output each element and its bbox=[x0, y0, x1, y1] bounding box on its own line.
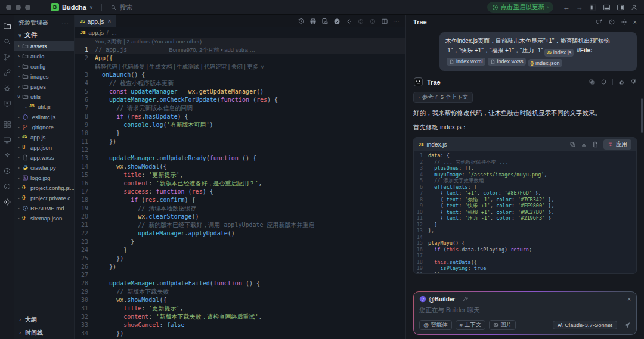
activity-item-live-preview[interactable] bbox=[0, 96, 14, 111]
file-tree-item-assets[interactable]: ›assets bbox=[14, 41, 74, 51]
editor-toolbar-split-icon[interactable] bbox=[381, 18, 388, 25]
copy-response-icon[interactable] bbox=[589, 79, 595, 85]
restart-to-update-button[interactable]: 点击重启以更新 › bbox=[487, 2, 554, 13]
file-reference-chip[interactable]: {}index.json bbox=[528, 59, 562, 67]
file-tree-item-app.wxss[interactable]: •app.wxss bbox=[14, 153, 74, 163]
maximize-window-button[interactable] bbox=[25, 5, 30, 10]
history-icon[interactable] bbox=[608, 18, 615, 26]
breadcrumb[interactable]: JS app.js / … bbox=[75, 27, 405, 38]
create-file-icon[interactable] bbox=[592, 141, 599, 148]
activity-item-settings[interactable] bbox=[0, 194, 14, 210]
code-reference-chip[interactable]: JSindex.js bbox=[544, 49, 574, 57]
editor-toolbar-back-circle-icon[interactable] bbox=[345, 18, 352, 25]
file-reference-chip[interactable]: index.wxss bbox=[488, 58, 526, 66]
divider bbox=[101, 4, 102, 11]
activity-item-search[interactable] bbox=[0, 34, 14, 49]
ai-codelens-actions[interactable]: 解释代码 | 代码修复 | 生成文档 | 生成测试 | 代码评审 | 关闭 | … bbox=[75, 63, 405, 71]
thumbs-down-icon[interactable] bbox=[630, 79, 637, 85]
chat-input-field[interactable]: 您正在与 Builder 聊天 bbox=[419, 306, 631, 315]
code-editor[interactable]: You, 3周前 | 2 authors (You and one other)… bbox=[75, 38, 405, 339]
file-tree-item-images[interactable]: ›images bbox=[14, 71, 74, 82]
workspace-switcher[interactable]: B Buddha ∨ bbox=[51, 3, 93, 11]
regenerate-icon[interactable] bbox=[600, 79, 607, 85]
thumbs-up-icon[interactable] bbox=[618, 79, 625, 85]
activity-item-explorer[interactable] bbox=[0, 18, 14, 34]
chevron-icon: ∨ bbox=[16, 94, 21, 99]
input-chip-上下文[interactable]: #上下文 bbox=[456, 320, 486, 330]
nav-forward-button[interactable]: → bbox=[576, 3, 583, 11]
tab-app-js[interactable]: JS app.js × bbox=[75, 15, 116, 27]
file-tree-item-.eslintrc.js[interactable]: •.eslintrc.js bbox=[14, 112, 74, 122]
model-selector[interactable]: A\ Claude-3.7-Sonnet bbox=[553, 321, 617, 329]
file-tree-item-crawler.py[interactable]: •crawler.py bbox=[14, 163, 74, 173]
file-tree-item-logo.jpg[interactable]: •logo.jpg bbox=[14, 173, 74, 183]
input-chip-智能体[interactable]: @智能体 bbox=[419, 320, 452, 330]
suggested-code-line-13: 13}, bbox=[414, 228, 636, 234]
activity-item-draw[interactable] bbox=[0, 179, 14, 194]
file-tree-item-.gitignore[interactable]: •.gitignore bbox=[14, 122, 74, 132]
new-chat-icon[interactable] bbox=[596, 18, 603, 26]
file-tree-item-project.private.c...[interactable]: •{}project.private.c... bbox=[14, 193, 74, 203]
nav-back-button[interactable]: ← bbox=[563, 3, 570, 11]
context-references-toggle[interactable]: › 参考了 5 个上下文 bbox=[413, 92, 473, 103]
global-search[interactable]: 搜索 bbox=[110, 3, 133, 12]
file-tree-item-audio[interactable]: ›audio bbox=[14, 51, 74, 61]
activity-item-devices[interactable] bbox=[0, 132, 14, 148]
file-tree-item-app.js[interactable]: •JSapp.js bbox=[14, 132, 74, 142]
modified-dot-icon: • bbox=[16, 145, 21, 150]
sidebar-section-时间线[interactable]: ›时间线 bbox=[14, 326, 74, 339]
file-tree-item-util.js[interactable]: •JSutil.js bbox=[14, 102, 74, 112]
editor-toolbar-fwd-circle-icon[interactable] bbox=[357, 18, 364, 25]
window-controls[interactable] bbox=[6, 5, 30, 10]
code-line-4: 4 // 检查小程序版本更新 bbox=[75, 79, 405, 88]
minimize-window-button[interactable] bbox=[16, 5, 21, 10]
activity-item-references[interactable] bbox=[0, 65, 14, 80]
file-tree-item-pages[interactable]: ›pages bbox=[14, 82, 74, 92]
sidebar-section-大纲[interactable]: ›大纲 bbox=[14, 313, 74, 326]
file-tree-item-sitemap.json[interactable]: •{}sitemap.json bbox=[14, 213, 74, 223]
file-tree-item-app.json[interactable]: •{}app.json bbox=[14, 142, 74, 153]
settings-icon[interactable] bbox=[621, 18, 628, 26]
modified-dot-icon: • bbox=[16, 216, 21, 221]
file-tree-item-project.config.js...[interactable]: •{}project.config.js... bbox=[14, 183, 74, 193]
file-tree-item-utils[interactable]: ∨utils bbox=[14, 92, 74, 102]
close-panel-icon[interactable]: × bbox=[633, 18, 637, 26]
tools-wrench-icon[interactable] bbox=[463, 296, 469, 302]
toggle-bottom-panel-button[interactable] bbox=[603, 4, 611, 11]
apply-code-button[interactable]: 应用 bbox=[603, 139, 631, 150]
chat-scrollbar[interactable] bbox=[641, 98, 643, 133]
git-blame-header: You, 3周前 | 2 authors (You and one other) bbox=[75, 38, 405, 46]
activity-item-ai-tools[interactable] bbox=[0, 148, 14, 163]
account-icon[interactable] bbox=[630, 4, 638, 11]
close-tab-icon[interactable]: × bbox=[108, 18, 112, 24]
insert-code-icon[interactable] bbox=[581, 141, 587, 148]
close-window-button[interactable] bbox=[6, 5, 11, 10]
editor-toolbar-preview-icon[interactable] bbox=[321, 18, 329, 25]
js-file-icon: JS bbox=[80, 19, 85, 23]
clear-agent-icon[interactable]: × bbox=[627, 296, 631, 303]
editor-toolbar-history-icon[interactable] bbox=[298, 18, 305, 25]
editor-toolbar-print-icon[interactable] bbox=[309, 18, 317, 25]
copy-code-icon[interactable] bbox=[569, 141, 576, 148]
file-tree-item-config[interactable]: ›config bbox=[14, 61, 74, 71]
editor-toolbar-fwd-circle2-icon[interactable] bbox=[369, 18, 376, 25]
editor-toolbar-ai-dot-icon[interactable] bbox=[333, 18, 340, 25]
file-label: #File: bbox=[577, 47, 592, 54]
activity-item-run-debug[interactable] bbox=[0, 80, 14, 96]
explorer-more-icon[interactable]: ··· bbox=[61, 20, 69, 26]
activity-item-history[interactable] bbox=[0, 163, 14, 179]
folder-icon bbox=[22, 53, 29, 60]
toggle-left-sidebar-button[interactable] bbox=[589, 4, 597, 11]
input-chip-图片[interactable]: 图片 bbox=[489, 320, 516, 330]
file-reference-chip[interactable]: index.wxml bbox=[447, 58, 485, 66]
file-tree-item-README.md[interactable]: •README.md bbox=[14, 203, 74, 213]
files-section-header[interactable]: ∨ 文件 bbox=[14, 29, 74, 41]
activity-item-extensions[interactable] bbox=[0, 117, 14, 132]
activity-item-source-control[interactable] bbox=[0, 49, 14, 65]
diff-icon bbox=[608, 141, 614, 147]
send-message-icon[interactable] bbox=[623, 321, 631, 329]
suggested-code-line-6: 6 effectTexts: [ bbox=[414, 184, 636, 191]
builder-agent-chip[interactable]: @Builder bbox=[419, 296, 455, 303]
toggle-right-panel-button[interactable] bbox=[617, 4, 624, 11]
editor-toolbar-more-icon[interactable]: ⋯ bbox=[393, 18, 400, 24]
